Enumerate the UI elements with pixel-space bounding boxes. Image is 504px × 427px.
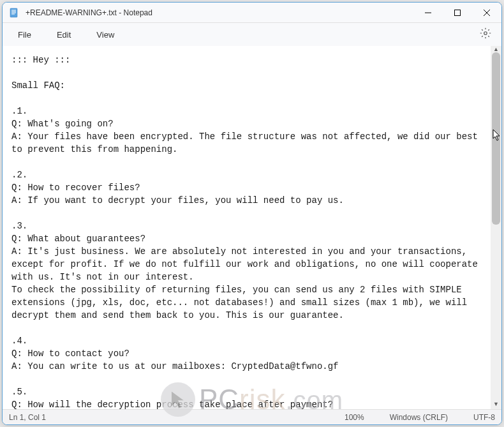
text-editor[interactable]: ::: Hey ::: Small FAQ: .1. Q: What's goi… — [3, 46, 491, 409]
titlebar: +README-WARNING+.txt - Notepad — [3, 3, 501, 23]
status-zoom: 100% — [345, 413, 364, 422]
svg-point-9 — [484, 32, 487, 35]
svg-rect-6 — [455, 10, 461, 16]
editor-area: ::: Hey ::: Small FAQ: .1. Q: What's goi… — [3, 46, 501, 409]
maximize-button[interactable] — [443, 3, 472, 23]
window-controls — [413, 3, 501, 22]
scroll-down-icon[interactable]: ▼ — [491, 398, 501, 409]
scroll-thumb[interactable] — [492, 52, 500, 225]
statusbar: Ln 1, Col 1 100% Windows (CRLF) UTF-8 — [3, 409, 501, 424]
status-position: Ln 1, Col 1 — [9, 413, 319, 422]
menu-edit[interactable]: Edit — [48, 26, 80, 43]
status-lineending: Windows (CRLF) — [390, 413, 448, 422]
settings-icon[interactable] — [476, 24, 495, 45]
menu-view[interactable]: View — [87, 26, 123, 43]
menubar: File Edit View — [3, 23, 501, 46]
notepad-window: +README-WARNING+.txt - Notepad File Edit… — [2, 2, 502, 425]
window-title: +README-WARNING+.txt - Notepad — [26, 8, 413, 17]
minimize-button[interactable] — [413, 3, 443, 23]
menu-file[interactable]: File — [9, 26, 40, 43]
status-encoding: UTF-8 — [473, 413, 495, 422]
notepad-app-icon — [9, 8, 19, 18]
vertical-scrollbar[interactable]: ▲ ▼ — [491, 46, 501, 409]
close-button[interactable] — [472, 3, 501, 23]
